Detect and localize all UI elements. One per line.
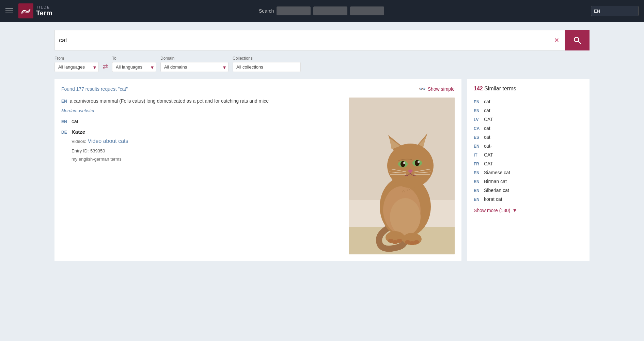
header-search-label: Search	[259, 8, 274, 14]
similar-item[interactable]: IT CAT	[474, 150, 583, 159]
show-simple-button[interactable]: 👓 Show simple	[419, 86, 455, 92]
show-more-button[interactable]: Show more (130) ▼	[474, 208, 583, 213]
videos-meta-row: Videos: Video about cats	[72, 138, 344, 144]
similar-item[interactable]: EN korat cat	[474, 195, 583, 204]
results-header: Found 177 results request "cat" 👓 Show s…	[61, 86, 455, 92]
search-input-wrapper: ✕	[54, 30, 565, 50]
video-link[interactable]: Video about cats	[88, 138, 128, 144]
entry-definition: a carnivorous mammal (Felis catus) long …	[70, 98, 269, 105]
similar-item-lang: IT	[474, 153, 481, 158]
similar-item-term: cat	[484, 108, 490, 113]
similar-item[interactable]: EN Birman cat	[474, 177, 583, 186]
search-bar: ✕	[54, 30, 590, 50]
filter-from-group: From All languages	[54, 56, 99, 72]
similar-item[interactable]: FR CAT	[474, 159, 583, 168]
similar-item-term: korat cat	[484, 196, 502, 202]
results-main: Found 177 results request "cat" 👓 Show s…	[54, 79, 461, 261]
similar-title: 142 Similar terms	[474, 86, 583, 92]
filter-to-group: To All languages	[112, 56, 156, 72]
similar-item-term: CAT	[484, 152, 493, 158]
filter-domain-label: Domain	[160, 56, 229, 61]
entry-source-link[interactable]: Merriam-webster	[61, 108, 95, 113]
entry-id-value: 539350	[90, 148, 105, 153]
similar-count: 142	[474, 86, 483, 91]
svg-point-16	[400, 161, 405, 167]
similar-item[interactable]: EN cat-	[474, 142, 583, 150]
logo-text: TILDE Term	[36, 5, 52, 17]
svg-line-1	[578, 41, 581, 44]
entry-text: EN a carnivorous mammal (Felis catus) lo…	[61, 98, 344, 254]
term-row-de: DE Katze	[61, 129, 344, 135]
similar-item[interactable]: EN cat	[474, 106, 583, 115]
similar-item[interactable]: LV CAT	[474, 115, 583, 124]
filter-to-select[interactable]: All languages	[112, 62, 156, 72]
header-lang-select[interactable]: EN LV DE	[591, 6, 639, 16]
menu-icon[interactable]	[5, 9, 13, 13]
filter-domain-select[interactable]: All domains	[160, 62, 229, 72]
similar-item-lang: EN	[474, 188, 481, 193]
svg-point-9	[387, 144, 434, 188]
header-right: EN LV DE	[591, 6, 639, 16]
similar-item-lang: EN	[474, 179, 481, 184]
logo-wave-icon	[21, 7, 31, 15]
similar-item-lang: ES	[474, 135, 481, 140]
filter-collections-group: Collections All collections	[233, 56, 301, 72]
similar-item-term: cat-	[484, 143, 492, 149]
svg-point-30	[397, 239, 402, 243]
similar-item-lang: EN	[474, 170, 481, 175]
logo-container: TILDE Term	[18, 3, 52, 18]
filter-collections-wrapper: All collections	[233, 62, 301, 72]
svg-point-8	[390, 198, 421, 236]
cat-image	[349, 98, 455, 254]
filter-to-wrapper: All languages	[112, 62, 156, 72]
glasses-icon: 👓	[419, 86, 426, 92]
term-lang-de: DE	[61, 130, 69, 135]
similar-item[interactable]: EN cat	[474, 97, 583, 106]
term-word-en: cat	[72, 118, 78, 124]
results-sidebar: 142 Similar terms EN cat EN cat LV CAT C…	[467, 79, 590, 261]
similar-item-term: CAT	[484, 161, 493, 166]
similar-item-lang: EN	[474, 144, 481, 149]
filter-to-label: To	[112, 56, 156, 61]
search-button[interactable]	[565, 30, 590, 50]
clear-icon[interactable]: ✕	[553, 35, 561, 45]
filter-domain-wrapper: All domains	[160, 62, 229, 72]
filter-from-wrapper: All languages	[54, 62, 99, 72]
similar-item-lang: FR	[474, 162, 481, 166]
similar-item-lang: EN	[474, 108, 481, 113]
chevron-down-icon: ▼	[512, 208, 517, 213]
entry-lang-tag: EN	[61, 99, 67, 104]
similar-item-term: cat	[484, 99, 490, 104]
main-container: ✕ From All languages ⇄ To All languages	[0, 22, 644, 341]
similar-item[interactable]: ES cat	[474, 133, 583, 142]
results-count: Found 177 results request "cat"	[61, 86, 128, 92]
app-header: TILDE Term Search EN LV DE	[0, 0, 644, 22]
similar-item[interactable]: CA cat	[474, 124, 583, 133]
similar-title-suffix: Similar terms	[484, 86, 516, 91]
search-input[interactable]	[59, 37, 553, 44]
filter-from-label: From	[54, 56, 99, 61]
filter-collections-select[interactable]: All collections	[233, 62, 301, 72]
svg-point-19	[418, 161, 420, 163]
similar-item-term: Siamese cat	[484, 170, 510, 175]
collection-label: my english-german terms	[72, 157, 344, 162]
similar-item-term: Birman cat	[484, 179, 507, 184]
swap-languages-icon[interactable]: ⇄	[103, 63, 108, 71]
similar-item[interactable]: EN Siamese cat	[474, 168, 583, 177]
videos-label: Videos:	[72, 139, 86, 144]
search-icon	[573, 36, 582, 45]
similar-item-lang: CA	[474, 126, 481, 131]
header-search-box-1	[277, 6, 311, 15]
filter-from-select[interactable]: All languages	[54, 62, 99, 72]
similar-item-term: Siberian cat	[484, 188, 509, 193]
entry-id-label: Entry ID:	[72, 148, 89, 153]
logo-tilde-text: TILDE	[36, 5, 52, 9]
cat-image-svg	[349, 98, 455, 254]
filters-row: From All languages ⇄ To All languages Do…	[54, 56, 590, 72]
logo-term-text: Term	[36, 9, 52, 17]
entry-container: EN a carnivorous mammal (Felis catus) lo…	[61, 98, 455, 254]
term-lang-en: EN	[61, 119, 69, 124]
similar-item-lang: EN	[474, 197, 481, 202]
header-search-box-3	[350, 6, 384, 15]
similar-item[interactable]: EN Siberian cat	[474, 186, 583, 195]
